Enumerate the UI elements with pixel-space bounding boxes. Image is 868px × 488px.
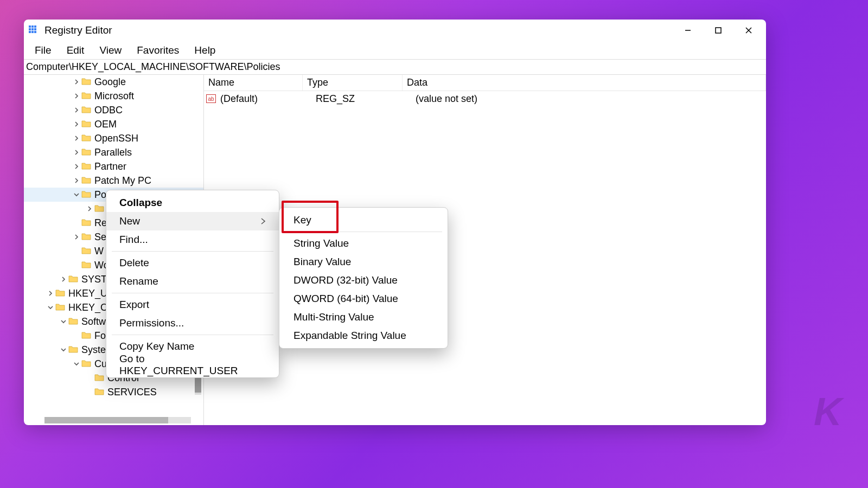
new-multistring-value[interactable]: Multi-String Value (279, 308, 448, 326)
tree-node-label: Softw (81, 316, 106, 328)
svg-rect-8 (34, 31, 36, 33)
new-binary-value[interactable]: Binary Value (279, 253, 448, 271)
svg-rect-4 (34, 25, 36, 28)
svg-rect-2 (29, 28, 31, 30)
ctx-go-to-hkcu[interactable]: Go to HKEY_CURRENT_USER (106, 356, 279, 374)
tree-h-scrollbar[interactable] (44, 417, 191, 423)
svg-rect-5 (34, 28, 36, 30)
folder-icon (81, 217, 94, 229)
tree-node[interactable]: ODBC (24, 103, 203, 117)
tree-node-label: Parallels (94, 147, 132, 158)
chevron-right-icon[interactable] (73, 233, 80, 241)
new-expandstring-value[interactable]: Expandable String Value (279, 326, 448, 345)
tree-node-label: ODBC (94, 105, 123, 116)
context-menu: Collapse New Find... Delete Rename Expor… (106, 190, 279, 378)
folder-icon (81, 232, 94, 243)
ctx-export[interactable]: Export (106, 296, 279, 314)
folder-icon (81, 133, 94, 144)
tree-node-label: Po (94, 189, 106, 201)
tree-node-label: Microsoft (94, 91, 134, 102)
tree-node[interactable]: Google (24, 75, 203, 89)
chevron-right-icon[interactable] (73, 106, 80, 114)
chevron-right-icon[interactable] (73, 134, 80, 142)
close-button[interactable] (733, 20, 764, 41)
tree-node-label: Fo (94, 330, 106, 342)
tree-node[interactable]: OpenSSH (24, 131, 203, 145)
svg-rect-3 (31, 28, 34, 30)
minimize-button[interactable] (673, 20, 703, 41)
address-bar[interactable]: Computer\HKEY_LOCAL_MACHINE\SOFTWARE\Pol… (24, 60, 766, 75)
menu-help[interactable]: Help (187, 42, 223, 59)
ctx-permissions[interactable]: Permissions... (106, 314, 279, 332)
folder-icon (81, 76, 94, 88)
tree-node[interactable]: OEM (24, 117, 203, 131)
menubar: File Edit View Favorites Help (24, 41, 766, 60)
new-qword-value[interactable]: QWORD (64-bit) Value (279, 290, 448, 308)
ctx-sep-3 (112, 335, 273, 335)
ctx-new[interactable]: New (106, 212, 279, 230)
chevron-right-icon[interactable] (73, 163, 80, 170)
col-header-data[interactable]: Data (403, 75, 766, 91)
chevron-right-icon[interactable] (73, 92, 80, 100)
ctx-sep-2 (112, 293, 273, 293)
menu-edit[interactable]: Edit (59, 42, 92, 59)
tree-node[interactable]: Parallels (24, 145, 203, 159)
titlebar: Registry Editor (24, 20, 766, 41)
folder-icon (81, 175, 94, 187)
ctx-collapse[interactable]: Collapse (106, 194, 279, 212)
chevron-right-icon[interactable] (73, 177, 80, 184)
ctx-find[interactable]: Find... (106, 230, 279, 249)
col-header-name[interactable]: Name (204, 75, 303, 91)
ctx-sep-1 (112, 251, 273, 252)
chevron-down-icon[interactable] (60, 318, 67, 325)
chevron-right-icon[interactable] (73, 120, 80, 128)
svg-rect-7 (31, 31, 34, 33)
ctx-delete[interactable]: Delete (106, 254, 279, 272)
app-icon (28, 25, 39, 36)
watermark: K (814, 389, 840, 434)
folder-icon (68, 344, 81, 356)
tree-node[interactable]: Microsoft (24, 89, 203, 103)
tree-node-label: Syste (81, 344, 106, 356)
tree-node[interactable]: Partner (24, 159, 203, 174)
menu-favorites[interactable]: Favorites (129, 42, 187, 59)
menu-file[interactable]: File (27, 42, 59, 59)
ctx-new-label: New (119, 215, 140, 227)
new-string-value[interactable]: String Value (279, 234, 448, 253)
tree-node-label: Re (94, 217, 107, 229)
svg-rect-0 (29, 25, 31, 28)
chevron-right-icon[interactable] (47, 290, 54, 297)
folder-icon (55, 288, 68, 299)
folder-icon (81, 246, 94, 257)
ctx-rename[interactable]: Rename (106, 272, 279, 291)
folder-icon (81, 260, 94, 271)
value-data: (value not set) (414, 93, 766, 105)
folder-icon (55, 302, 68, 313)
folder-icon (81, 91, 94, 102)
chevron-right-icon[interactable] (60, 275, 67, 283)
new-dword-value[interactable]: DWORD (32-bit) Value (279, 271, 448, 290)
new-key[interactable]: Key (279, 211, 448, 229)
folder-icon (81, 119, 94, 130)
folder-icon (81, 147, 94, 158)
menu-view[interactable]: View (92, 42, 129, 59)
value-column-headers: Name Type Data (204, 75, 766, 91)
chevron-down-icon[interactable] (60, 346, 67, 354)
value-type: REG_SZ (315, 93, 414, 105)
svg-rect-1 (31, 25, 34, 28)
tree-h-scrollthumb[interactable] (44, 417, 168, 423)
value-name: (Default) (219, 93, 315, 105)
chevron-right-icon[interactable] (73, 78, 80, 86)
chevron-down-icon[interactable] (47, 304, 54, 311)
value-row[interactable]: ab (Default) REG_SZ (value not set) (204, 91, 766, 106)
col-header-type[interactable]: Type (303, 75, 403, 91)
chevron-right-icon (260, 215, 266, 227)
chevron-right-icon[interactable] (86, 205, 93, 213)
chevron-down-icon[interactable] (73, 360, 80, 368)
tree-node[interactable]: Patch My PC (24, 174, 203, 188)
maximize-button[interactable] (703, 20, 733, 41)
tree-node[interactable]: SERVICES (24, 385, 203, 399)
tree-node-label: Cu (94, 358, 107, 370)
chevron-down-icon[interactable] (73, 191, 80, 198)
chevron-right-icon[interactable] (73, 149, 80, 156)
